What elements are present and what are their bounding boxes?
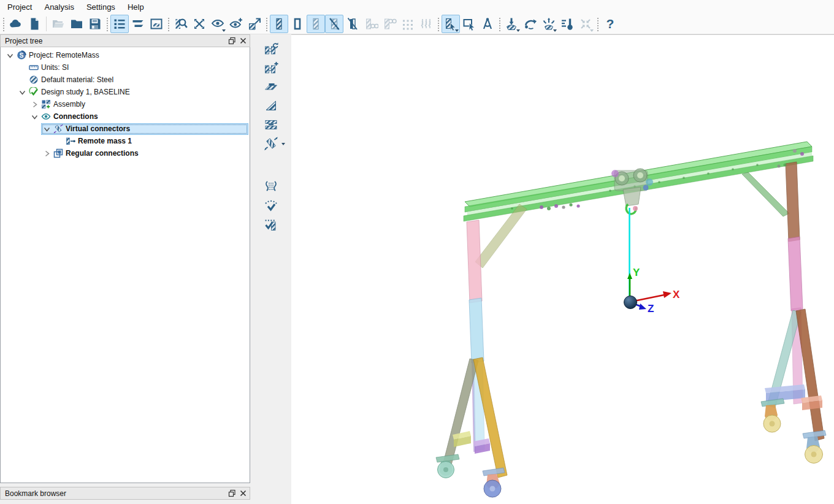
close-panel-button[interactable] bbox=[237, 36, 248, 46]
dot-grid-icon bbox=[400, 17, 415, 31]
tree-item-design-study[interactable]: Design study 1, BASELINE bbox=[1, 86, 250, 98]
tree-expander[interactable] bbox=[18, 88, 26, 96]
show-half-bolts-button[interactable] bbox=[343, 15, 362, 33]
project-tree-title: Project tree bbox=[5, 37, 226, 45]
svg-text:?: ? bbox=[606, 17, 614, 31]
force-load-button[interactable] bbox=[503, 15, 521, 33]
menu-analysis[interactable]: Analysis bbox=[38, 1, 80, 13]
browse-folder-button[interactable] bbox=[67, 15, 86, 33]
tree-item-label: Default material: Steel bbox=[41, 75, 113, 84]
float-panel-button[interactable] bbox=[226, 36, 237, 46]
drawing-view-button[interactable] bbox=[147, 15, 166, 33]
toolbar-group-handle[interactable] bbox=[265, 17, 268, 31]
measure-button[interactable] bbox=[478, 15, 497, 33]
open-file-button bbox=[49, 15, 67, 33]
toolbar-separator bbox=[46, 17, 47, 31]
select-face-button[interactable] bbox=[460, 15, 478, 33]
show-shank-button[interactable] bbox=[307, 15, 325, 33]
refresh-connectors-button[interactable] bbox=[260, 40, 282, 57]
tree-expander[interactable] bbox=[6, 52, 14, 59]
check-bolts-button[interactable] bbox=[260, 216, 282, 233]
select-bolt-button[interactable] bbox=[442, 15, 460, 33]
folder-icon bbox=[69, 17, 84, 31]
toolbar-group-handle[interactable] bbox=[596, 17, 599, 31]
displacement-load-button[interactable] bbox=[540, 15, 558, 33]
moment-load-button[interactable] bbox=[521, 15, 540, 33]
bookmark-browser-title: Bookmark browser bbox=[5, 489, 226, 498]
toolbar-group-handle[interactable] bbox=[167, 17, 170, 31]
new-file-button[interactable] bbox=[25, 15, 44, 33]
viewport-3d[interactable]: Y X Z bbox=[291, 34, 834, 504]
temperature-load-button[interactable] bbox=[558, 15, 576, 33]
gap-connector-button[interactable] bbox=[260, 116, 282, 133]
toolbar-group-handle[interactable] bbox=[105, 17, 109, 31]
tree-item-assembly[interactable]: Assembly bbox=[1, 98, 250, 110]
clash-check-button[interactable] bbox=[190, 15, 208, 33]
masked-bolts-button bbox=[362, 15, 380, 33]
help-button[interactable]: ? bbox=[601, 15, 619, 33]
svg-text:S: S bbox=[20, 52, 24, 59]
tree-item-default-material[interactable]: Default material: Steel bbox=[1, 74, 250, 86]
tree-item-label: Units: SI bbox=[41, 63, 69, 72]
close-panel-button[interactable] bbox=[237, 489, 248, 498]
toolbar-group-handle[interactable] bbox=[498, 17, 501, 31]
tree-item-remote-mass-1[interactable]: Remote mass 1 bbox=[1, 135, 250, 147]
visibility-button[interactable] bbox=[208, 15, 227, 33]
connector-toolbar bbox=[250, 34, 291, 504]
spring-connector-button[interactable] bbox=[260, 178, 282, 195]
tree-expander[interactable] bbox=[31, 113, 39, 121]
check-connections-button[interactable] bbox=[260, 197, 282, 214]
bolt-half-icon bbox=[345, 17, 360, 31]
axis-label-x: X bbox=[673, 289, 680, 300]
check-connections-icon bbox=[264, 198, 278, 213]
cloud-connect-button[interactable] bbox=[7, 15, 25, 33]
viewport-canvas[interactable]: Y X Z bbox=[291, 35, 834, 504]
menu-project[interactable]: Project bbox=[1, 1, 38, 13]
float-panel-button[interactable] bbox=[226, 489, 237, 498]
tree-item-label: Connections bbox=[53, 112, 98, 121]
left-column: Project tree SProject: RemoteMassUnits: … bbox=[0, 34, 250, 504]
help-icon: ? bbox=[603, 17, 618, 31]
toolbar-group-handle[interactable] bbox=[437, 17, 440, 31]
tree-item-connections[interactable]: Connections bbox=[1, 110, 250, 123]
tree-expander[interactable] bbox=[43, 150, 51, 158]
new-file-icon bbox=[27, 17, 42, 31]
find-bolt-button[interactable] bbox=[172, 15, 190, 33]
add-connectors-button[interactable] bbox=[260, 59, 282, 76]
comments-button[interactable] bbox=[129, 15, 147, 33]
dropdown-caret-icon bbox=[516, 29, 520, 32]
section-view-button[interactable] bbox=[245, 15, 264, 33]
measure-icon bbox=[480, 17, 495, 31]
moment-load-icon bbox=[523, 17, 538, 31]
show-crossed-bolts-button[interactable] bbox=[325, 15, 343, 33]
tree-item-regular-connections[interactable]: Regular connections bbox=[1, 147, 250, 159]
plate-icon bbox=[264, 79, 278, 94]
tree-item-project[interactable]: SProject: RemoteMass bbox=[1, 49, 250, 61]
select-face-icon bbox=[462, 17, 476, 31]
toolbar-group-handle[interactable] bbox=[2, 17, 5, 31]
tree-item-units[interactable]: Units: SI bbox=[1, 61, 250, 74]
project-icon: S bbox=[17, 50, 26, 60]
show-bolts-button[interactable] bbox=[270, 15, 288, 33]
virtual-connector-button[interactable] bbox=[260, 135, 282, 152]
tree-expander[interactable] bbox=[31, 101, 39, 109]
plate-connector-button[interactable] bbox=[260, 78, 282, 95]
save-button[interactable] bbox=[86, 15, 104, 33]
bolt-shank-icon bbox=[308, 17, 323, 31]
project-tree-header: Project tree bbox=[0, 34, 250, 47]
add-connectors-icon bbox=[264, 60, 278, 75]
menu-settings[interactable]: Settings bbox=[80, 1, 121, 13]
project-tree-icon bbox=[112, 17, 127, 31]
add-visibility-button[interactable] bbox=[227, 15, 245, 33]
menu-help[interactable]: Help bbox=[121, 1, 150, 13]
tree-item-virtual-connectors[interactable]: Virtual connectors bbox=[1, 123, 250, 135]
show-holes-button[interactable] bbox=[288, 15, 307, 33]
clash-icon bbox=[192, 17, 207, 31]
weld-connector-button[interactable] bbox=[260, 97, 282, 114]
dropdown-caret-icon bbox=[281, 143, 285, 145]
project-tree-toggle-button[interactable] bbox=[110, 15, 129, 33]
assembly-icon bbox=[41, 99, 51, 109]
remote-mass-sphere[interactable] bbox=[624, 296, 637, 309]
tree-expander[interactable] bbox=[43, 125, 51, 133]
check-bolts-icon bbox=[264, 217, 278, 232]
